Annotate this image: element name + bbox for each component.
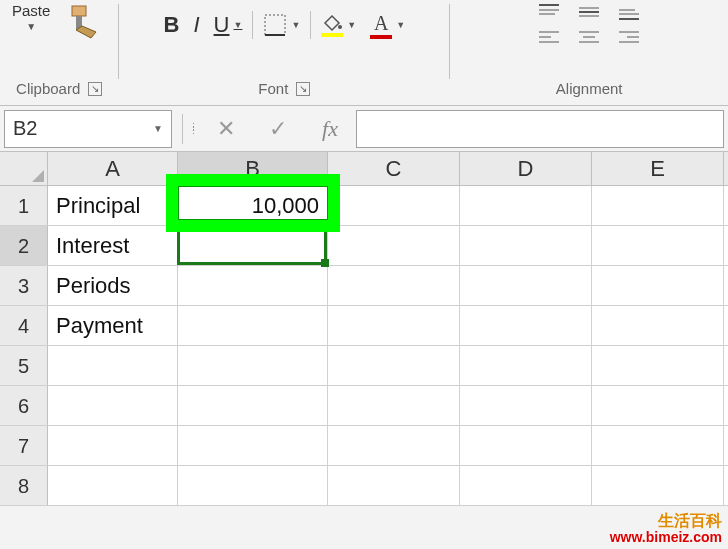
cell-A2[interactable]: Interest (48, 226, 178, 265)
divider (182, 114, 183, 144)
cell-D7[interactable] (460, 426, 592, 465)
watermark-line2: www.bimeiz.com (610, 530, 722, 545)
chevron-down-icon: ▼ (347, 20, 356, 30)
column-header-B[interactable]: B (178, 152, 328, 185)
chevron-down-icon: ▼ (396, 20, 405, 30)
ribbon-group-alignment: Alignment (450, 0, 728, 105)
cell-A3[interactable]: Periods (48, 266, 178, 305)
formula-input[interactable] (356, 110, 724, 148)
align-center-button[interactable] (575, 28, 603, 48)
column-header-D[interactable]: D (460, 152, 592, 185)
cell-B5[interactable] (178, 346, 328, 385)
align-middle-button[interactable] (575, 2, 603, 22)
cell-D6[interactable] (460, 386, 592, 425)
cell-B6[interactable] (178, 386, 328, 425)
select-all-corner[interactable] (0, 152, 48, 185)
cell-A8[interactable] (48, 466, 178, 505)
bold-label: B (164, 12, 180, 38)
cell-A4[interactable]: Payment (48, 306, 178, 345)
cell-C1[interactable] (328, 186, 460, 225)
name-box[interactable]: B2 ▼ (4, 110, 172, 148)
column-headers: A B C D E (0, 152, 728, 186)
cell-D4[interactable] (460, 306, 592, 345)
fx-label: fx (322, 116, 338, 142)
cell-B8[interactable] (178, 466, 328, 505)
cell-E7[interactable] (592, 426, 724, 465)
row-header-4[interactable]: 4 (0, 306, 48, 345)
row-header-7[interactable]: 7 (0, 426, 48, 465)
borders-button[interactable]: ▼ (259, 11, 304, 39)
cell-E8[interactable] (592, 466, 724, 505)
align-bottom-button[interactable] (615, 2, 643, 22)
cell-C2[interactable] (328, 226, 460, 265)
font-dialog-launcher[interactable] (296, 82, 310, 96)
bold-button[interactable]: B (160, 10, 184, 40)
cell-A5[interactable] (48, 346, 178, 385)
cell-B7[interactable] (178, 426, 328, 465)
svg-rect-2 (265, 15, 285, 35)
cell-E1[interactable] (592, 186, 724, 225)
cell-D5[interactable] (460, 346, 592, 385)
cell-A1[interactable]: Principal (48, 186, 178, 225)
divider (252, 11, 253, 39)
format-painter-button[interactable] (66, 2, 106, 46)
chevron-down-icon: ▼ (291, 20, 300, 30)
cell-C8[interactable] (328, 466, 460, 505)
cell-B1[interactable]: 10,000 (178, 186, 328, 225)
row-header-8[interactable]: 8 (0, 466, 48, 505)
row-header-6[interactable]: 6 (0, 386, 48, 425)
paste-button[interactable]: Paste ▼ (12, 2, 50, 32)
row-header-2[interactable]: 2 (0, 226, 48, 265)
enter-formula-button[interactable]: ✓ (252, 110, 304, 148)
row-4: 4 Payment (0, 306, 728, 346)
cell-B4[interactable] (178, 306, 328, 345)
cell-C5[interactable] (328, 346, 460, 385)
paste-button-label: Paste (12, 2, 50, 19)
cell-E2[interactable] (592, 226, 724, 265)
row-header-1[interactable]: 1 (0, 186, 48, 225)
cell-D1[interactable] (460, 186, 592, 225)
font-color-button[interactable]: A ▼ (366, 10, 409, 41)
cell-B2[interactable] (178, 226, 328, 265)
cell-E5[interactable] (592, 346, 724, 385)
chevron-down-icon: ▼ (153, 123, 163, 134)
fill-color-button[interactable]: ▼ (317, 11, 360, 39)
font-color-a-icon: A (374, 12, 388, 35)
column-header-E[interactable]: E (592, 152, 724, 185)
underline-button[interactable]: U▼ (210, 10, 247, 40)
name-box-value: B2 (13, 117, 37, 140)
cell-D8[interactable] (460, 466, 592, 505)
row-header-5[interactable]: 5 (0, 346, 48, 385)
insert-function-button[interactable]: fx (304, 110, 356, 148)
cell-D3[interactable] (460, 266, 592, 305)
row-header-3[interactable]: 3 (0, 266, 48, 305)
spreadsheet-grid: A B C D E 1 Principal 10,000 2 Interest … (0, 152, 728, 506)
cell-C4[interactable] (328, 306, 460, 345)
align-top-button[interactable] (535, 2, 563, 22)
divider (310, 11, 311, 39)
x-icon: ✕ (217, 116, 235, 142)
italic-label: I (193, 12, 199, 38)
drag-handle-icon[interactable]: ⋮⋮ (189, 125, 200, 133)
cell-A7[interactable] (48, 426, 178, 465)
cell-A6[interactable] (48, 386, 178, 425)
cancel-formula-button[interactable]: ✕ (200, 110, 252, 148)
ribbon-group-clipboard: Paste ▼ Clipboard (0, 0, 118, 105)
cell-C7[interactable] (328, 426, 460, 465)
italic-button[interactable]: I (189, 10, 203, 40)
align-right-button[interactable] (615, 28, 643, 48)
cell-C6[interactable] (328, 386, 460, 425)
cell-C3[interactable] (328, 266, 460, 305)
column-header-A[interactable]: A (48, 152, 178, 185)
column-header-C[interactable]: C (328, 152, 460, 185)
cell-E6[interactable] (592, 386, 724, 425)
cell-E4[interactable] (592, 306, 724, 345)
cell-D2[interactable] (460, 226, 592, 265)
row-7: 7 (0, 426, 728, 466)
fill-color-swatch (321, 33, 343, 37)
clipboard-dialog-launcher[interactable] (88, 82, 102, 96)
cell-E3[interactable] (592, 266, 724, 305)
row-6: 6 (0, 386, 728, 426)
cell-B3[interactable] (178, 266, 328, 305)
align-left-button[interactable] (535, 28, 563, 48)
